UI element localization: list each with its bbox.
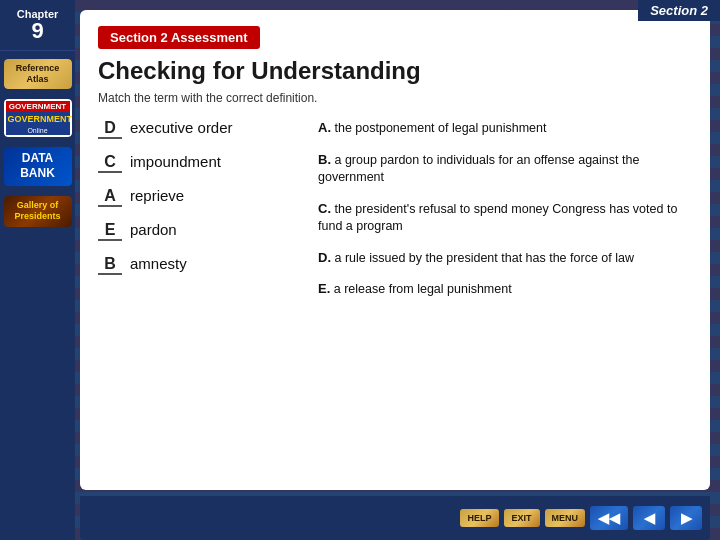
def-letter: E. bbox=[318, 281, 330, 296]
gov-bot-label: Online bbox=[6, 126, 70, 135]
section-label: Section 2 bbox=[638, 0, 720, 21]
answer-letter: B bbox=[98, 255, 122, 275]
page-title: Checking for Understanding bbox=[98, 57, 692, 85]
def-letter: B. bbox=[318, 152, 331, 167]
gov-top-label: GOVERNMENT bbox=[6, 101, 70, 112]
definition-item: B. a group pardon to individuals for an … bbox=[318, 151, 692, 187]
chapter-box: Chapter 9 bbox=[0, 0, 75, 51]
menu-button[interactable]: MENU bbox=[545, 509, 586, 527]
term-row: D executive order bbox=[98, 119, 298, 139]
sidebar: Chapter 9 ReferenceAtlas GOVERNMENT GOVE… bbox=[0, 0, 75, 540]
answer-letter: C bbox=[98, 153, 122, 173]
def-text: a release from legal punishment bbox=[334, 282, 512, 296]
assessment-banner: Section 2 Assessment bbox=[98, 26, 260, 49]
definition-item: D. a rule issued by the president that h… bbox=[318, 249, 692, 268]
term-row: E pardon bbox=[98, 221, 298, 241]
def-text: a rule issued by the president that has … bbox=[334, 251, 633, 265]
term-row: C impoundment bbox=[98, 153, 298, 173]
term-text: reprieve bbox=[130, 187, 184, 204]
term-text: executive order bbox=[130, 119, 233, 136]
content-columns: D executive order C impoundment A reprie… bbox=[98, 119, 692, 312]
bank-label: BANK bbox=[7, 166, 69, 182]
help-button[interactable]: HELP bbox=[460, 509, 498, 527]
def-letter: D. bbox=[318, 250, 331, 265]
back-button[interactable]: ◀◀ bbox=[590, 506, 628, 530]
definitions-column: A. the postponement of legal punishmentB… bbox=[318, 119, 692, 312]
next-button[interactable]: ▶ bbox=[670, 506, 702, 530]
term-row: B amnesty bbox=[98, 255, 298, 275]
term-row: A reprieve bbox=[98, 187, 298, 207]
definition-item: A. the postponement of legal punishment bbox=[318, 119, 692, 138]
definition-item: C. the president's refusal to spend mone… bbox=[318, 200, 692, 236]
main-content: Section 2 Assessment Checking for Unders… bbox=[80, 10, 710, 490]
reference-atlas-label: ReferenceAtlas bbox=[7, 63, 69, 85]
prev-button[interactable]: ◀ bbox=[633, 506, 665, 530]
sidebar-item-reference-atlas[interactable]: ReferenceAtlas bbox=[4, 59, 72, 89]
def-text: a group pardon to individuals for an off… bbox=[318, 153, 639, 185]
gallery-label: Gallery ofPresidents bbox=[7, 200, 69, 223]
term-text: impoundment bbox=[130, 153, 221, 170]
subtitle: Match the term with the correct definiti… bbox=[98, 91, 692, 105]
gov-mid-label: GOVERNMENT bbox=[6, 112, 70, 126]
sidebar-item-government-online[interactable]: GOVERNMENT GOVERNMENT Online bbox=[4, 99, 72, 137]
sidebar-item-data-bank[interactable]: DATA BANK bbox=[4, 147, 72, 186]
def-letter: C. bbox=[318, 201, 331, 216]
answer-letter: D bbox=[98, 119, 122, 139]
def-text: the postponement of legal punishment bbox=[334, 121, 546, 135]
answer-letter: A bbox=[98, 187, 122, 207]
chapter-number: 9 bbox=[4, 20, 71, 42]
term-text: amnesty bbox=[130, 255, 187, 272]
definition-item: E. a release from legal punishment bbox=[318, 280, 692, 299]
data-label: DATA bbox=[7, 151, 69, 167]
bottom-nav-bar: HELP EXIT MENU ◀◀ ◀ ▶ bbox=[80, 496, 710, 540]
answer-letter: E bbox=[98, 221, 122, 241]
term-text: pardon bbox=[130, 221, 177, 238]
def-letter: A. bbox=[318, 120, 331, 135]
def-text: the president's refusal to spend money C… bbox=[318, 202, 677, 234]
sidebar-item-gallery[interactable]: Gallery ofPresidents bbox=[4, 196, 72, 227]
terms-column: D executive order C impoundment A reprie… bbox=[98, 119, 298, 312]
exit-button[interactable]: EXIT bbox=[504, 509, 540, 527]
